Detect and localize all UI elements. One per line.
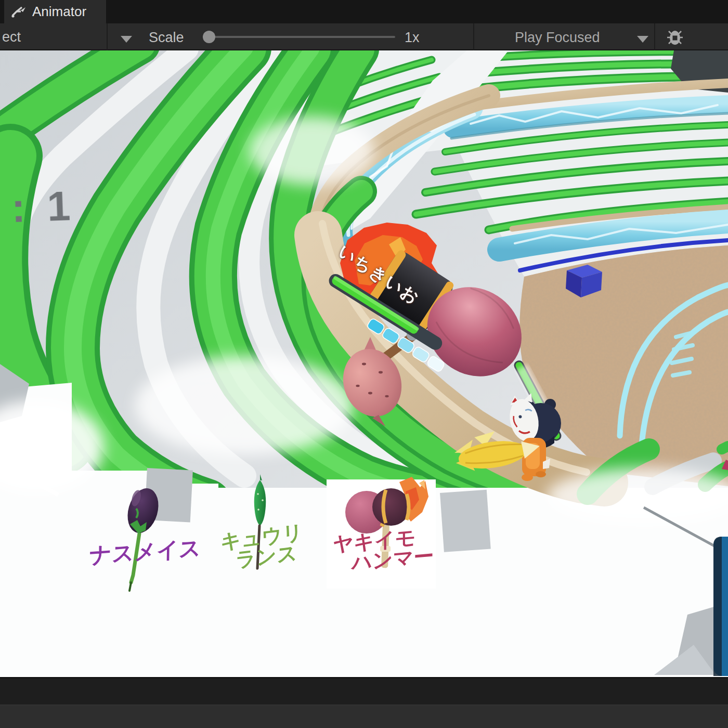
weapon-label-yakiimo-hammer: ヤキイモ ハンマー	[333, 526, 434, 575]
display-mode-dropdown[interactable]: Play Focused	[507, 23, 654, 50]
foot	[536, 471, 546, 477]
bug-icon	[666, 27, 684, 47]
debug-toggle-button[interactable]	[657, 23, 693, 50]
toolbar-separator	[107, 23, 108, 50]
step-riser-tab	[440, 490, 491, 552]
scale-value: 1x	[405, 30, 420, 46]
chevron-down-icon	[121, 36, 132, 43]
chevron-down-icon	[637, 36, 648, 43]
unity-editor-window: Animator ect Scale 1x Play Focused	[0, 0, 728, 728]
aspect-value: ect	[2, 29, 21, 45]
tab-label: Animator	[32, 4, 86, 20]
tab-strip: Animator	[0, 0, 728, 23]
game-viewport[interactable]: : 1 いちきいお ナスメイス キュウリ ランス ヤキイモ ハンマー	[0, 50, 728, 677]
tab-animator[interactable]: Animator	[4, 0, 106, 23]
scale-slider-knob[interactable]	[203, 31, 215, 43]
display-mode-value: Play Focused	[515, 30, 600, 46]
bottom-strip	[0, 677, 728, 705]
scale-slider-track[interactable]	[203, 36, 395, 38]
score-display: : 1	[10, 182, 76, 232]
scale-label: Scale	[149, 30, 184, 46]
status-bar	[0, 705, 728, 728]
foot	[522, 474, 533, 481]
animator-icon	[11, 5, 27, 19]
aspect-dropdown[interactable]: ect	[0, 23, 107, 50]
game-scene	[0, 50, 728, 677]
toolbar-separator	[473, 23, 474, 50]
toolbar-separator	[654, 23, 655, 50]
blue-panel	[713, 537, 728, 676]
